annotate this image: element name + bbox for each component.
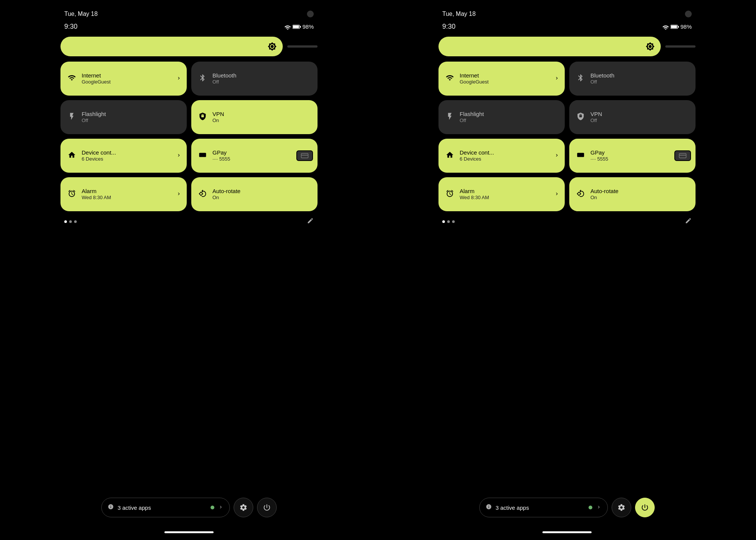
device-text: Device cont... 6 Devices [460, 149, 494, 162]
home-bar [542, 531, 592, 533]
autorotate-text: Auto-rotate On [212, 188, 240, 201]
bluetooth-title: Bluetooth [212, 72, 236, 79]
apps-status-dot [589, 506, 592, 509]
flashlight-icon [445, 112, 455, 122]
status-icons: 98% [662, 23, 692, 30]
brightness-slider[interactable] [287, 45, 318, 48]
internet-title: Internet [82, 72, 111, 79]
page-dots [442, 220, 455, 223]
edit-icon[interactable] [307, 217, 314, 226]
edit-icon[interactable] [685, 217, 692, 226]
gpay-text: GPay ···· 5555 [590, 149, 608, 162]
wifi-status-icon [662, 24, 669, 29]
battery-icon [671, 25, 679, 29]
tile-bluetooth[interactable]: Bluetooth Off [191, 62, 318, 96]
tiles-grid: Internet GoogleGuest Bluetooth Off Flash… [60, 62, 318, 211]
internet-arrow-icon [176, 76, 181, 82]
device-text: Device cont... 6 Devices [82, 149, 116, 162]
brightness-slider[interactable] [665, 45, 696, 48]
tile-gpay[interactable]: GPay ···· 5555 [191, 139, 318, 173]
tile-bluetooth[interactable]: Bluetooth Off [569, 62, 696, 96]
bottom-section: 3 active apps [378, 498, 756, 517]
active-apps-pill[interactable]: 3 active apps [101, 498, 230, 517]
svg-rect-11 [679, 155, 686, 156]
tile-internet[interactable]: Internet GoogleGuest [438, 62, 565, 96]
device-subtitle: 6 Devices [82, 156, 116, 162]
internet-text: Internet GoogleGuest [460, 72, 489, 85]
status-date: Tue, May 18 [442, 11, 476, 17]
tile-internet[interactable]: Internet GoogleGuest [60, 62, 187, 96]
camera-indicator [307, 11, 314, 17]
power-button[interactable] [257, 498, 277, 517]
alarm-icon [445, 189, 455, 200]
tile-alarm[interactable]: Alarm Wed 8:30 AM [438, 177, 565, 211]
status-icons: 98% [284, 23, 314, 30]
alarm-subtitle: Wed 8:30 AM [460, 195, 489, 201]
status-time: 9:30 [442, 23, 455, 31]
brightness-row[interactable] [60, 37, 318, 56]
tile-device[interactable]: Device cont... 6 Devices [438, 139, 565, 173]
status-bar: Tue, May 18 [60, 0, 318, 21]
battery-icon [293, 25, 301, 29]
apps-arrow-icon [596, 504, 601, 511]
wifi-status-icon [284, 24, 291, 29]
tile-vpn[interactable]: VPN On [191, 100, 318, 134]
bluetooth-subtitle: Off [212, 79, 236, 85]
device-icon [445, 151, 455, 161]
tile-autorotate[interactable]: Auto-rotate On [191, 177, 318, 211]
internet-arrow-icon [554, 76, 559, 82]
internet-subtitle: GoogleGuest [460, 79, 489, 85]
alarm-arrow-icon [554, 191, 559, 198]
gpay-card [674, 150, 691, 161]
dot-0 [442, 220, 445, 223]
internet-title: Internet [460, 72, 489, 79]
tile-autorotate[interactable]: Auto-rotate On [569, 177, 696, 211]
internet-subtitle: GoogleGuest [82, 79, 111, 85]
bluetooth-text: Bluetooth Off [590, 72, 614, 85]
flashlight-subtitle: Off [82, 118, 106, 124]
gpay-text: GPay ···· 5555 [212, 149, 230, 162]
device-title: Device cont... [460, 149, 494, 156]
active-apps-pill[interactable]: 3 active apps [479, 498, 608, 517]
autorotate-subtitle: On [212, 195, 240, 201]
tile-vpn[interactable]: VPN Off [569, 100, 696, 134]
vpn-icon [575, 112, 586, 122]
device-arrow-icon [554, 153, 559, 159]
battery-percent: 98% [302, 23, 314, 30]
active-apps-label: 3 active apps [496, 504, 585, 511]
internet-icon [67, 74, 77, 84]
brightness-row[interactable] [438, 37, 696, 56]
vpn-title: VPN [212, 111, 224, 118]
settings-button[interactable] [234, 498, 253, 517]
settings-button[interactable] [612, 498, 631, 517]
power-button[interactable] [635, 498, 655, 517]
device-subtitle: 6 Devices [460, 156, 494, 162]
apps-arrow-icon [218, 504, 223, 511]
gpay-icon [197, 151, 208, 161]
bluetooth-text: Bluetooth Off [212, 72, 236, 85]
dots-row [438, 211, 696, 226]
device-title: Device cont... [82, 149, 116, 156]
battery-percent: 98% [680, 23, 692, 30]
tile-device[interactable]: Device cont... 6 Devices [60, 139, 187, 173]
vpn-subtitle: On [212, 118, 224, 124]
brightness-bar[interactable] [60, 37, 283, 56]
tile-flashlight[interactable]: Flashlight Off [60, 100, 187, 134]
gpay-card-visual [296, 150, 313, 161]
brightness-bar[interactable] [438, 37, 661, 56]
vpn-text: VPN Off [590, 111, 602, 124]
tile-alarm[interactable]: Alarm Wed 8:30 AM [60, 177, 187, 211]
vpn-text: VPN On [212, 111, 224, 124]
alarm-text: Alarm Wed 8:30 AM [82, 188, 111, 201]
vpn-icon [197, 112, 208, 122]
alarm-arrow-icon [176, 191, 181, 198]
autorotate-title: Auto-rotate [590, 188, 618, 195]
internet-icon [445, 74, 455, 84]
flashlight-icon [67, 112, 77, 122]
tile-flashlight[interactable]: Flashlight Off [438, 100, 565, 134]
tiles-grid: Internet GoogleGuest Bluetooth Off Flash… [438, 62, 696, 211]
autorotate-title: Auto-rotate [212, 188, 240, 195]
alarm-subtitle: Wed 8:30 AM [82, 195, 111, 201]
tile-gpay[interactable]: GPay ···· 5555 [569, 139, 696, 173]
svg-rect-5 [301, 155, 308, 156]
